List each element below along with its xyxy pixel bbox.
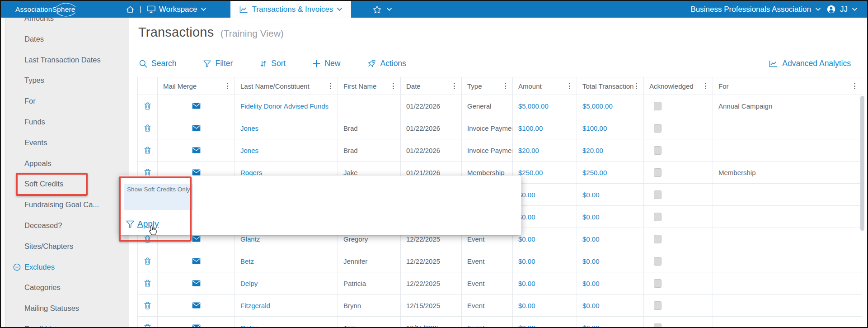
app-logo[interactable]: AssociationSphere (15, 5, 75, 14)
column-menu-icon[interactable] (704, 81, 707, 91)
mail-merge-icon[interactable] (192, 302, 201, 309)
user-menu[interactable]: JJ (827, 5, 857, 14)
table-scrollbar[interactable] (860, 96, 864, 231)
total-transaction-link[interactable]: $100.00 (582, 124, 607, 132)
trash-icon[interactable] (144, 169, 151, 176)
constituent-link[interactable]: Fidelity Donor Advised Funds (240, 102, 328, 110)
mail-merge-icon[interactable] (192, 147, 201, 153)
delete-cell[interactable] (138, 139, 158, 161)
sidebar-item-types[interactable]: Types (1, 70, 129, 91)
amount-link[interactable]: $100.00 (518, 124, 543, 132)
column-menu-icon[interactable] (853, 81, 856, 91)
actions-button[interactable]: Actions (367, 59, 406, 68)
acknowledged-checkbox[interactable] (654, 235, 662, 243)
advanced-analytics-button[interactable]: Advanced Analytics (769, 59, 851, 68)
sidebar-item-last-transaction-dates[interactable]: Last Transaction Dates (1, 50, 129, 71)
delete-cell[interactable] (138, 117, 158, 139)
new-button[interactable]: New (313, 59, 340, 68)
favorites-menu[interactable] (373, 5, 392, 14)
sidebar-item-appeals[interactable]: Appeals (1, 153, 129, 174)
acknowledged-checkbox[interactable] (654, 102, 662, 110)
organization-menu[interactable]: Business Professionals Association (691, 5, 821, 14)
trash-icon[interactable] (144, 235, 151, 243)
sidebar-item-events[interactable]: Events (1, 133, 129, 153)
sidebar-item-for[interactable]: For (1, 91, 129, 112)
search-button[interactable]: Search (139, 59, 176, 68)
mail-merge-cell[interactable] (158, 272, 235, 294)
total-transaction-link[interactable]: $250.00 (582, 169, 607, 176)
delete-cell[interactable] (138, 317, 158, 327)
column-menu-icon[interactable] (226, 81, 229, 91)
amount-link[interactable]: $0.00 (518, 235, 535, 243)
constituent-link[interactable]: Glantz (240, 235, 260, 243)
mail-merge-cell[interactable] (158, 295, 235, 316)
total-transaction-link[interactable]: $20.00 (582, 147, 603, 154)
constituent-link[interactable]: Jones (240, 124, 258, 132)
total-transaction-link[interactable]: $0.00 (582, 280, 600, 287)
total-transaction-link[interactable]: $0.00 (582, 213, 600, 221)
mail-merge-icon[interactable] (192, 280, 201, 286)
acknowledged-checkbox[interactable] (654, 124, 662, 133)
acknowledged-checkbox[interactable] (654, 190, 662, 199)
column-menu-icon[interactable] (504, 81, 507, 91)
constituent-link[interactable]: Fitzgerald (240, 302, 270, 309)
amount-link[interactable]: $0.00 (518, 302, 535, 309)
amount-link[interactable]: $250.00 (518, 169, 543, 176)
acknowledged-checkbox[interactable] (654, 168, 662, 177)
column-menu-icon[interactable] (329, 81, 332, 91)
sidebar-item-deceased[interactable]: Deceased? (1, 215, 129, 236)
amount-link[interactable]: $0.00 (518, 324, 535, 328)
constituent-link[interactable]: Gater (240, 324, 258, 328)
mail-merge-cell[interactable] (158, 95, 235, 117)
sidebar-item-sites-chapters[interactable]: Sites/Chapters (1, 236, 129, 257)
sidebar-item-categories[interactable]: Categories (1, 277, 129, 298)
trash-icon[interactable] (144, 147, 151, 154)
mail-merge-icon[interactable] (192, 103, 201, 109)
filter-button[interactable]: Filter (203, 59, 233, 68)
total-transaction-link[interactable]: $0.00 (582, 235, 600, 243)
column-menu-icon[interactable] (453, 81, 456, 91)
constituent-link[interactable]: Betz (240, 257, 254, 265)
total-transaction-link[interactable]: $0.00 (582, 257, 600, 265)
sidebar-item-email-lists[interactable]: Email Lists (1, 319, 129, 327)
workspace-menu[interactable]: Workspace (147, 5, 206, 14)
trash-icon[interactable] (144, 257, 151, 265)
column-menu-icon[interactable] (568, 81, 571, 91)
sidebar-item-dates[interactable]: Dates (1, 29, 129, 50)
column-menu-icon[interactable] (392, 81, 395, 91)
mail-merge-cell[interactable] (158, 317, 235, 327)
delete-cell[interactable] (138, 95, 158, 117)
mail-merge-icon[interactable] (192, 236, 201, 242)
sort-button[interactable]: Sort (260, 59, 286, 68)
mail-merge-cell[interactable] (158, 139, 235, 161)
delete-cell[interactable] (138, 272, 158, 294)
amount-link[interactable]: $0.00 (518, 257, 535, 265)
trash-icon[interactable] (144, 302, 151, 309)
tab-transactions-invoices[interactable]: Transactions & Invoices (230, 1, 352, 18)
sidebar-item-fundraising-goal-ca[interactable]: Fundraising Goal Ca... (1, 195, 129, 215)
amount-link[interactable]: $20.00 (518, 147, 539, 154)
mail-merge-cell[interactable] (158, 250, 235, 272)
total-transaction-link[interactable]: $5,000.00 (582, 102, 613, 110)
delete-cell[interactable] (138, 295, 158, 316)
show-soft-credits-only-option[interactable]: Show Soft Credits Only (124, 184, 193, 210)
mail-merge-icon[interactable] (192, 324, 201, 327)
delete-cell[interactable] (138, 250, 158, 272)
acknowledged-checkbox[interactable] (654, 301, 662, 310)
column-menu-icon[interactable] (635, 81, 638, 91)
acknowledged-checkbox[interactable] (654, 213, 662, 221)
trash-icon[interactable] (144, 280, 151, 287)
sidebar-item-mailing-statuses[interactable]: Mailing Statuses (1, 298, 129, 319)
acknowledged-checkbox[interactable] (654, 279, 662, 288)
amount-link[interactable]: $5,000.00 (518, 102, 549, 110)
constituent-link[interactable]: Rogers (240, 169, 262, 176)
mail-merge-icon[interactable] (192, 125, 201, 131)
amount-link[interactable]: $0.00 (518, 280, 535, 287)
acknowledged-checkbox[interactable] (654, 146, 662, 155)
trash-icon[interactable] (144, 102, 151, 110)
sidebar-item-soft-credits[interactable]: Soft Credits (1, 174, 129, 195)
mail-merge-icon[interactable] (192, 258, 201, 264)
constituent-link[interactable]: Jones (240, 147, 258, 154)
trash-icon[interactable] (144, 324, 151, 328)
total-transaction-link[interactable]: $0.00 (582, 302, 600, 309)
